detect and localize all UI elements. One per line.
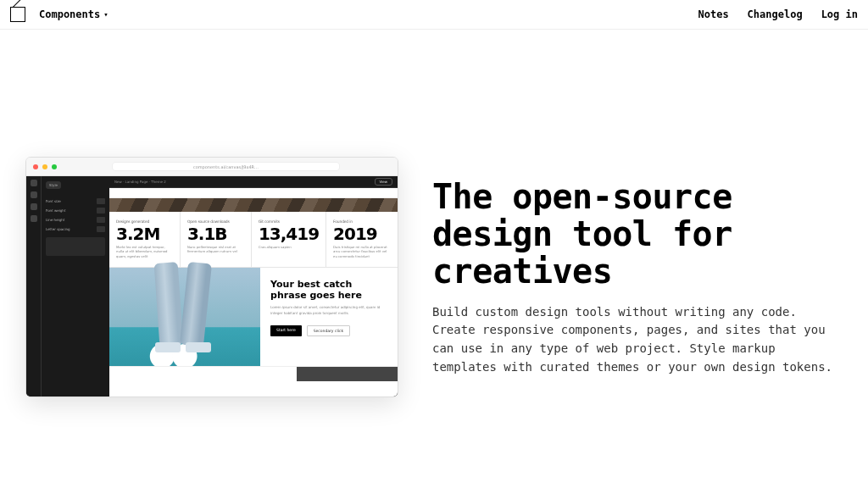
sidebar-field-label: Letter spacing (46, 227, 70, 231)
stat-desc: Cras aliquam sapien (259, 245, 319, 249)
catch-secondary-button: Secondary click (307, 325, 350, 336)
sidebar-textarea (46, 237, 105, 256)
stat-card: Founded in 2019 Duis tristique mi nulla … (326, 212, 398, 267)
rail-icon (31, 180, 37, 186)
address-bar: components.ai/canvas/J9x4R… (112, 162, 340, 171)
window-minimize-icon (42, 164, 47, 169)
stat-desc: Duis tristique mi nulla at placerat arcu… (333, 245, 391, 258)
stat-card: Designs generated 3.2M Morbi leo est vol… (109, 212, 181, 267)
design-canvas-page: Designs generated 3.2M Morbi leo est vol… (109, 188, 398, 396)
stat-card: Open source downloads 3.1B Nunc pellente… (181, 212, 252, 267)
hero-body: Build custom design tools without writin… (432, 303, 843, 377)
nav-notes-link[interactable]: Notes (698, 8, 728, 20)
sidebar-field-label: Font weight (46, 208, 65, 213)
chevron-down-icon: ▾ (103, 10, 108, 19)
canvas-topbar: New · Landing Page · Theme 2 View (109, 176, 398, 188)
sidebar-stepper (97, 217, 105, 223)
hero-photo-mock (109, 268, 260, 366)
stat-value: 3.2M (116, 225, 173, 242)
view-button: View (375, 178, 393, 186)
stat-card: Git commits 13,419 Cras aliquam sapien (252, 212, 326, 267)
catch-primary-button: Start here (270, 325, 302, 336)
hero-heading: The open-source design tool for creative… (432, 178, 843, 290)
hero-screenshot: components.ai/canvas/J9x4R… Style Font s… (25, 157, 398, 397)
inspector-sidebar: Style Font size Font weight Line height … (42, 176, 109, 396)
stat-desc: Nunc pellentesque nisl erat at fermentum… (187, 245, 244, 254)
page-banner-image (109, 198, 398, 212)
page-footer-strip (109, 366, 398, 381)
logo-icon[interactable] (10, 7, 25, 22)
browser-chrome: components.ai/canvas/J9x4R… (26, 158, 398, 176)
nav-changelog-link[interactable]: Changelog (748, 8, 803, 20)
nav-login-link[interactable]: Log in (821, 8, 858, 20)
sidebar-field-label: Font size (46, 199, 61, 203)
page-nav-mock (109, 188, 398, 198)
catch-heading: Your best catch phrase goes here (270, 280, 387, 301)
rail-icon (31, 215, 37, 222)
sidebar-field-label: Line height (46, 218, 64, 222)
window-close-icon (33, 164, 38, 169)
stat-desc: Morbi leo est volutpat tempor, nulla ut … (116, 245, 173, 258)
stat-value: 13,419 (259, 225, 319, 242)
rail-icon (31, 203, 37, 210)
tool-rail (26, 176, 42, 396)
canvas-breadcrumb: New · Landing Page · Theme 2 (114, 180, 166, 184)
sidebar-stepper (97, 198, 105, 204)
window-zoom-icon (52, 164, 57, 169)
sidebar-stepper (97, 226, 105, 232)
nav-components-label: Components (39, 8, 100, 20)
stat-value: 2019 (333, 225, 391, 242)
catch-body: Lorem ipsum dolor sit amet, consectetur … (270, 305, 387, 317)
components-dropdown[interactable]: Components ▾ (39, 8, 108, 20)
sidebar-stepper (97, 208, 105, 214)
sidebar-tab: Style (46, 181, 61, 189)
rail-icon (31, 191, 37, 198)
stat-value: 3.1B (187, 225, 244, 242)
